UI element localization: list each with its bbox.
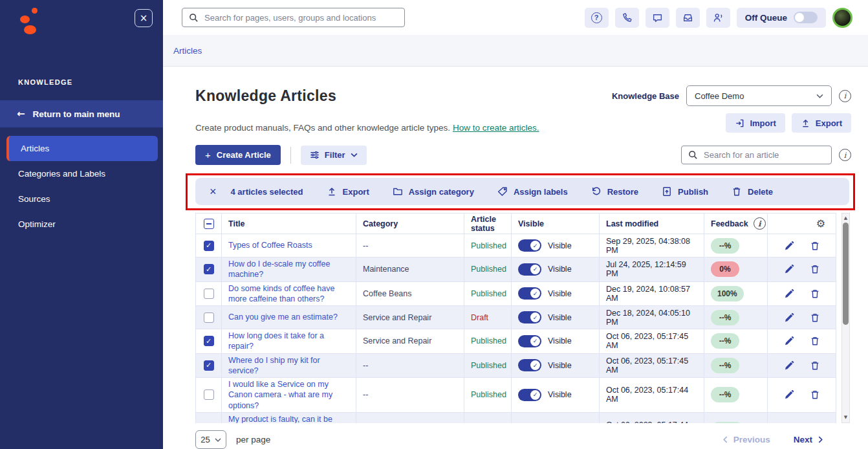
article-title-link[interactable]: Types of Coffee Roasts	[228, 240, 312, 250]
help-button[interactable]: ?	[585, 8, 609, 28]
bulk-delete-button[interactable]: Delete	[732, 186, 773, 197]
scrollbar-thumb[interactable]	[843, 223, 849, 325]
edit-article-button[interactable]	[784, 264, 794, 274]
visible-toggle[interactable]: ✓	[518, 263, 541, 276]
visible-toggle[interactable]: ✓	[518, 239, 541, 252]
visible-label: Visible	[548, 289, 572, 298]
delete-article-button[interactable]	[810, 336, 820, 346]
row-checkbox[interactable]	[204, 289, 214, 299]
row-checkbox[interactable]: ✓	[204, 336, 214, 346]
pencil-icon	[784, 360, 794, 371]
assign-labels-button[interactable]: Assign labels	[497, 186, 568, 197]
table-scrollbar[interactable]: ▲ ▼	[841, 213, 850, 423]
edit-article-button[interactable]	[784, 312, 794, 323]
pencil-icon	[784, 389, 794, 400]
restore-button[interactable]: Restore	[591, 186, 638, 197]
sidebar-item-sources[interactable]: Sources	[0, 186, 163, 212]
article-title-link[interactable]: Where do I ship my kit for service?	[228, 355, 349, 377]
visible-label: Visible	[548, 265, 572, 274]
user-avatar[interactable]	[832, 8, 852, 28]
column-header-category[interactable]: Category	[356, 214, 464, 234]
article-title-link[interactable]: How do I de-scale my coffee machine?	[228, 259, 349, 280]
article-title-link[interactable]: My product is faulty, can it be exchange…	[228, 414, 349, 423]
trash-icon	[732, 186, 742, 197]
row-checkbox[interactable]: ✓	[204, 360, 214, 371]
create-article-button[interactable]: + Create Article	[195, 145, 281, 165]
import-button[interactable]: Import	[726, 113, 785, 133]
visible-toggle[interactable]: ✓	[518, 359, 541, 371]
bulk-export-button[interactable]: Export	[327, 186, 369, 197]
off-queue-label: Off Queue	[745, 13, 787, 23]
delete-article-button[interactable]	[810, 289, 820, 299]
inbox-button[interactable]	[676, 8, 700, 28]
visible-toggle[interactable]: ✓	[518, 335, 541, 347]
visible-toggle[interactable]: ✓	[518, 287, 541, 300]
category-cell: Service and Repair	[356, 306, 464, 329]
sidebar-item-optimizer[interactable]: Optimizer	[0, 212, 163, 237]
scroll-up-icon[interactable]: ▲	[844, 215, 847, 221]
delete-article-button[interactable]	[810, 312, 820, 323]
column-header-last-modified[interactable]: Last modified	[600, 214, 704, 234]
edit-article-button[interactable]	[784, 336, 794, 346]
modified-cell: Sep 29, 2025, 04:38:08 PM	[600, 234, 704, 257]
export-button[interactable]: Export	[792, 113, 851, 133]
return-to-main-menu[interactable]: ← Return to main menu	[0, 100, 163, 127]
column-header-visible[interactable]: Visible	[512, 214, 600, 234]
breadcrumb[interactable]: Articles	[173, 46, 202, 56]
article-search[interactable]	[681, 146, 832, 164]
row-checkbox[interactable]	[204, 389, 214, 400]
sidebar-close-button[interactable]: ×	[135, 9, 153, 27]
select-all-checkbox[interactable]	[204, 219, 214, 229]
phone-button[interactable]	[615, 8, 639, 28]
delete-article-button[interactable]	[810, 241, 820, 251]
sidebar-item-articles[interactable]: Articles	[6, 136, 158, 161]
global-search[interactable]	[182, 8, 405, 27]
trash-icon	[810, 389, 820, 400]
column-header-title[interactable]: Title	[222, 214, 356, 234]
knowledge-base-info-icon[interactable]: i	[839, 90, 851, 102]
column-header-feedback[interactable]: Feedback	[711, 219, 748, 228]
agent-button[interactable]	[706, 8, 730, 28]
scroll-down-icon[interactable]: ▼	[844, 414, 847, 421]
assign-category-button[interactable]: Assign category	[393, 186, 474, 197]
article-title-link[interactable]: Can you give me an estimate?	[228, 312, 338, 322]
delete-article-button[interactable]	[810, 264, 820, 274]
page-size-select[interactable]: 25	[195, 430, 226, 449]
publish-button[interactable]: Publish	[662, 186, 708, 197]
previous-page-button[interactable]: Previous	[723, 435, 770, 444]
how-to-create-articles-link[interactable]: How to create articles.	[453, 123, 539, 133]
off-queue-switch[interactable]	[794, 12, 818, 23]
edit-article-button[interactable]	[784, 289, 794, 299]
sidebar-section-label: KNOWLEDGE	[18, 78, 163, 86]
table-settings-gear-icon[interactable]: ⚙	[816, 217, 825, 230]
article-title-link[interactable]: How long does it take for a repair?	[228, 331, 349, 352]
visible-toggle[interactable]: ✓	[518, 389, 541, 401]
edit-article-button[interactable]	[784, 389, 794, 400]
next-page-button[interactable]: Next	[794, 435, 823, 444]
clear-selection-icon[interactable]: ×	[210, 186, 217, 197]
sidebar-item-categories-and-labels[interactable]: Categories and Labels	[0, 161, 163, 186]
article-search-input[interactable]	[704, 150, 825, 160]
row-checkbox[interactable]: ✓	[204, 264, 214, 274]
filter-button[interactable]: Filter	[301, 146, 367, 165]
row-checkbox[interactable]: ✓	[204, 241, 214, 251]
visible-label: Visible	[548, 361, 572, 370]
knowledge-base-select[interactable]: Coffee Demo	[686, 85, 832, 106]
delete-article-button[interactable]	[810, 389, 820, 400]
feedback-info-icon[interactable]: i	[754, 217, 766, 230]
global-search-input[interactable]	[204, 13, 398, 23]
article-search-info-icon[interactable]: i	[839, 149, 851, 161]
pencil-icon	[784, 289, 794, 299]
row-checkbox[interactable]	[204, 312, 214, 323]
delete-article-button[interactable]	[810, 360, 820, 371]
chat-button[interactable]	[646, 8, 669, 28]
column-header-article-status[interactable]: Article status	[464, 214, 512, 234]
article-title-link[interactable]: Do some kinds of coffee have more caffei…	[228, 283, 349, 305]
category-cell: Service and Repair	[356, 329, 464, 354]
off-queue-toggle[interactable]: Off Queue	[737, 8, 826, 28]
status-text: Published	[471, 265, 506, 274]
edit-article-button[interactable]	[784, 241, 794, 251]
article-title-link[interactable]: I would like a Service on my Canon camer…	[228, 379, 349, 411]
visible-toggle[interactable]: ✓	[518, 311, 541, 323]
edit-article-button[interactable]	[784, 360, 794, 371]
